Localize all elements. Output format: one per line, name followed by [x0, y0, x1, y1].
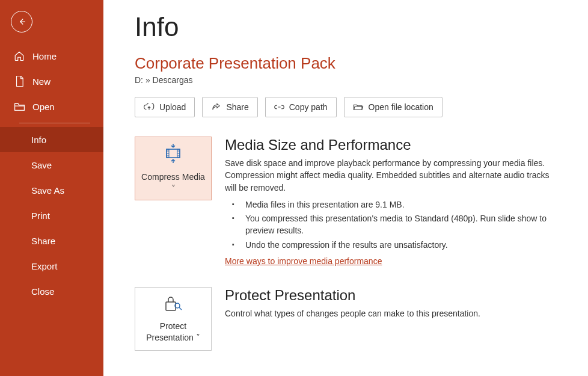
- button-label: Upload: [159, 102, 186, 112]
- tile-label: Protect Presentation ˅: [139, 321, 207, 342]
- sidebar-label: Close: [31, 286, 54, 297]
- sidebar-label: Share: [31, 236, 55, 246]
- sidebar-item-open[interactable]: Open: [0, 94, 103, 119]
- content-area: Info Corporate Presentation Pack D: » De…: [103, 0, 588, 376]
- share-button[interactable]: Share: [202, 97, 257, 117]
- lock-key-icon: [164, 295, 183, 315]
- media-section: Compress Media ˅ Media Size and Performa…: [135, 137, 569, 267]
- button-label: Open file location: [369, 102, 433, 112]
- file-toolbar: Upload Share Copy path Open file locatio…: [135, 97, 569, 117]
- protect-section: Protect Presentation ˅ Protect Presentat…: [135, 287, 569, 351]
- folder-open-icon: [353, 103, 364, 111]
- sidebar-label: Save As: [31, 185, 64, 196]
- protect-section-body: Protect Presentation Control what types …: [225, 287, 569, 324]
- upload-button[interactable]: Upload: [135, 97, 195, 117]
- sidebar-item-save-as[interactable]: Save As: [0, 177, 103, 203]
- sidebar-label: Home: [32, 51, 57, 61]
- media-section-body: Media Size and Performance Save disk spa…: [225, 137, 569, 267]
- media-bullets: Media files in this presentation are 9.1…: [225, 199, 551, 251]
- compress-media-tile[interactable]: Compress Media ˅: [135, 137, 212, 200]
- sidebar-label: Print: [31, 211, 50, 221]
- list-item: Undo the compression if the results are …: [225, 239, 551, 251]
- protect-presentation-tile[interactable]: Protect Presentation ˅: [135, 287, 212, 351]
- sidebar-item-export[interactable]: Export: [0, 253, 103, 279]
- svg-rect-3: [166, 302, 176, 310]
- section-heading: Media Size and Performance: [225, 137, 551, 153]
- section-description: Save disk space and improve playback per…: [225, 157, 551, 194]
- folder-open-icon: [13, 100, 25, 112]
- document-title: Corporate Presentation Pack: [135, 54, 569, 73]
- sidebar-item-save[interactable]: Save: [0, 152, 103, 177]
- arrow-left-icon: [16, 16, 27, 27]
- sidebar-item-share[interactable]: Share: [0, 228, 103, 253]
- document-path: D: » Descargas: [135, 75, 569, 85]
- back-button[interactable]: [11, 11, 32, 32]
- tile-label: Compress Media ˅: [139, 171, 207, 193]
- sidebar-label: Open: [32, 102, 55, 112]
- button-label: Copy path: [289, 102, 328, 112]
- section-description: Control what types of changes people can…: [225, 307, 551, 319]
- sidebar-item-new[interactable]: New: [0, 69, 103, 94]
- sidebar-label: Save: [31, 160, 52, 170]
- sidebar-item-home[interactable]: Home: [0, 43, 103, 69]
- sidebar-label: Export: [31, 261, 57, 271]
- list-item: You compressed this presentation's media…: [225, 212, 551, 237]
- share-icon: [211, 102, 221, 112]
- open-file-location-button[interactable]: Open file location: [344, 97, 443, 117]
- media-performance-link[interactable]: More ways to improve media performance: [225, 256, 382, 266]
- list-item: Media files in this presentation are 9.1…: [225, 199, 551, 211]
- sidebar-label: Info: [31, 135, 46, 145]
- sidebar-item-print[interactable]: Print: [0, 203, 103, 228]
- chevron-down-icon: ˅: [171, 183, 176, 194]
- home-icon: [13, 50, 25, 62]
- copy-path-button[interactable]: Copy path: [265, 97, 337, 117]
- chevron-down-icon: ˅: [196, 332, 200, 343]
- link-icon: [274, 103, 284, 111]
- page-title: Info: [135, 12, 569, 42]
- compress-media-icon: [164, 143, 182, 165]
- sidebar-label: New: [32, 76, 51, 87]
- section-heading: Protect Presentation: [225, 287, 551, 304]
- backstage-sidebar: Home New Open Info Save Save As Print Sh…: [0, 0, 103, 376]
- sidebar-item-close[interactable]: Close: [0, 279, 103, 304]
- sidebar-divider: [19, 123, 90, 123]
- new-file-icon: [13, 75, 25, 87]
- sidebar-item-info[interactable]: Info: [0, 127, 103, 152]
- button-label: Share: [226, 102, 248, 112]
- cloud-upload-icon: [144, 103, 155, 111]
